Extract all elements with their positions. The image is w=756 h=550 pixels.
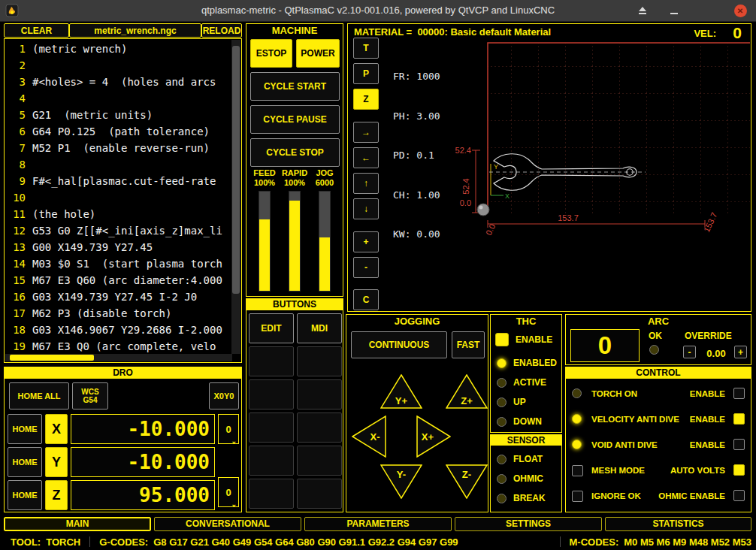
jog-fast-button[interactable]: FAST [452,331,485,358]
gcodes-value: G8 G17 G21 G40 G49 G54 G64 G80 G90 G91.1… [153,536,458,548]
rapid-slider[interactable] [289,191,301,292]
mesh-mode-checkbox[interactable] [572,465,583,476]
arrow-up-button[interactable]: ↑ [353,173,379,194]
home-y-button[interactable]: HOME [8,447,42,477]
auto-volts-checkbox[interactable] [733,464,745,476]
jog-x-minus-button[interactable]: X- [352,416,386,461]
svg-text:X-: X- [370,431,380,443]
home-x-button[interactable]: HOME [8,414,42,444]
jog-slider[interactable] [319,191,331,292]
arrow-right-button[interactable]: → [353,122,379,143]
gcode-listing[interactable]: 1(metric wrench)23#<holes> = 4 (holes an… [6,41,231,355]
reload-button[interactable]: RELOAD [201,23,242,38]
jog-x-plus-button[interactable]: X+ [416,416,451,461]
ohmic-enable-label: OHMIC ENABLE [658,491,725,500]
jog-continuous-button[interactable]: CONTINUOUS [351,331,447,358]
material-selector[interactable]: MATERIAL = 00000: Basic default Material [354,26,551,38]
override-plus-button[interactable]: + [734,346,747,358]
void-anti-dive-row: VOID ANTI DIVE ENABLE [570,438,746,452]
feed-slider[interactable] [259,191,271,292]
gcode-line: 5G21 (metric units) [6,107,231,123]
user-button-empty[interactable] [249,346,294,376]
user-button-empty[interactable] [249,479,294,509]
dimension-width-line [488,220,705,228]
jog-z-minus-button[interactable]: Z- [446,464,488,502]
user-button-empty[interactable] [297,479,342,509]
minus-button[interactable]: - [353,257,379,278]
dro-x-offset-select[interactable]: 0⌄ [218,414,239,444]
jog-z-plus-button[interactable]: Z+ [446,374,488,412]
ignore-ok-checkbox[interactable] [572,491,583,502]
quick-key-c[interactable]: C [353,289,379,310]
ohmic-enable-checkbox[interactable] [733,490,745,501]
override-minus-button[interactable]: - [683,346,696,358]
void-enable-checkbox[interactable] [733,439,745,450]
wcs-button[interactable]: WCS G54 [72,382,108,409]
cycle-pause-button[interactable]: CYCLE PAUSE [250,105,340,134]
torch-enable-checkbox[interactable] [733,388,745,399]
estop-button[interactable]: ESTOP [250,39,292,68]
gcode-line: 15M67 E3 Q60 (arc diameter:4.000 [6,272,231,289]
quick-key-t[interactable]: T [353,38,379,59]
close-button[interactable]: ✕ [733,4,747,17]
jog-y-plus-button[interactable]: Y+ [380,374,422,412]
arrow-left-button[interactable]: ← [353,147,379,168]
gcode-hscroll[interactable] [5,354,232,361]
gcode-line-text: M62 P3 (disable torch) [32,307,171,319]
power-button[interactable]: POWER [296,39,340,68]
tab-statistics[interactable]: STATISTICS [605,517,751,531]
axis-y-button[interactable]: Y [45,447,68,477]
gcode-line-number: 9 [6,173,26,189]
zero-xy-button[interactable]: X0Y0 [209,382,239,409]
tab-conversational[interactable]: CONVERSATIONAL [154,517,301,531]
dro-y-offset-select[interactable]: 0⌄ [218,477,239,507]
dro-y-value: -10.000 [71,447,215,477]
user-button-mdi[interactable]: MDI [297,313,342,343]
wcs-label-top: WCS [81,388,98,396]
gcode-editor[interactable]: 1(metric wrench)23#<holes> = 4 (holes an… [4,38,242,363]
minimize-button[interactable] [667,4,681,17]
user-button-empty[interactable] [297,412,342,443]
jog-y-minus-button[interactable]: Y- [380,464,422,502]
user-button-empty[interactable] [297,379,342,409]
thc-enable-checkbox[interactable] [495,333,509,346]
thc-panel: THC ENABLE ENABLED ACTIVE UP DOWN [490,314,562,433]
gcode-line-text: (metric wrench) [32,43,127,55]
gcode-line-text: M03 $0 S1 (start plasma torch [32,258,222,270]
cycle-start-button[interactable]: CYCLE START [250,72,340,101]
wcs-label-bottom: G54 [83,396,98,404]
arrow-down-button[interactable]: ↓ [353,198,379,219]
axis-z-button[interactable]: Z [45,480,68,510]
axis-x-button[interactable]: X [45,414,68,444]
gcode-vscroll[interactable] [231,40,240,354]
tab-settings[interactable]: SETTINGS [455,517,602,531]
tab-parameters[interactable]: PARAMETERS [304,517,452,531]
velocity-label: VEL: [694,28,716,39]
gcode-line-number: 2 [6,57,26,74]
gcode-line: 16G03 X149.739 Y27.45 I-2 J0 [6,289,231,305]
user-button-empty[interactable] [249,446,294,476]
home-all-button[interactable]: HOME ALL [9,382,69,409]
quick-key-z[interactable]: Z [353,89,379,110]
quick-key-p[interactable]: P [353,63,379,84]
gcode-line-text: G00 X149.739 Y27.45 [32,241,153,253]
velocity-enable-checkbox[interactable] [733,413,745,425]
gcode-vscroll-thumb[interactable] [232,46,240,294]
tab-main[interactable]: MAIN [4,517,151,531]
user-button-edit[interactable]: EDIT [249,313,294,343]
user-button-empty[interactable] [297,346,342,376]
cycle-stop-button[interactable]: CYCLE STOP [250,138,340,167]
home-z-button[interactable]: HOME [8,480,42,510]
ignore-ok-label: IGNORE OK [591,491,641,500]
clear-button[interactable]: CLEAR [4,23,69,38]
gcode-hscroll-thumb[interactable] [10,355,94,361]
plus-button[interactable]: + [353,231,379,252]
user-button-empty[interactable] [249,379,294,409]
shade-button[interactable] [636,4,649,17]
preview-panel[interactable]: MATERIAL = 00000: Basic default Material… [347,23,751,312]
arc-panel: ARC 0 OK OVERRIDE - 0.00 + [565,314,751,365]
machine-header: MACHINE [246,25,343,36]
pierce-height-stat: PH: 3.00 [393,110,440,123]
user-button-empty[interactable] [249,412,294,443]
user-button-empty[interactable] [297,446,342,476]
